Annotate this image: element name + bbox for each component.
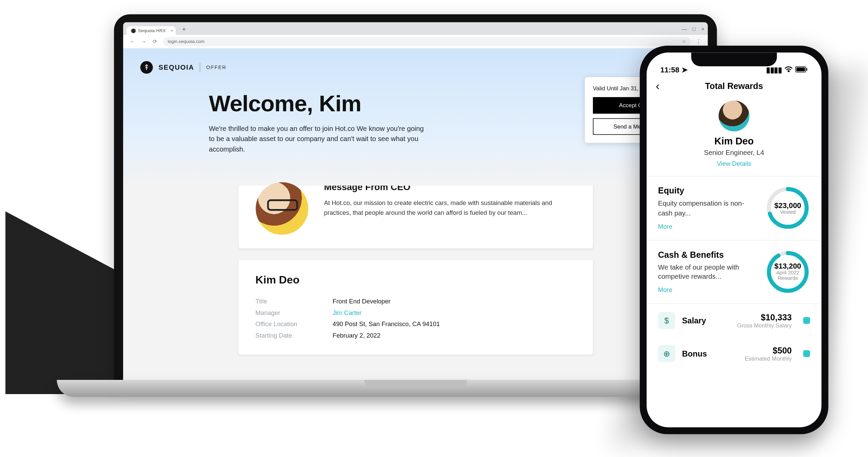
dollar-icon: $ <box>658 312 675 329</box>
detail-row-start: Starting Date February 2, 2022 <box>255 329 576 341</box>
welcome-body-text: We're thrilled to make you an offer to j… <box>209 123 426 154</box>
welcome-heading: Welcome, Kim <box>209 91 426 117</box>
equity-body: Equity compensation is non-cash pay... <box>658 199 757 218</box>
detail-label: Starting Date <box>255 332 333 339</box>
hero-section: SEQUOIA OFFER Welcome, Kim We're thrille… <box>123 49 708 186</box>
bookmark-star-icon[interactable]: ☆ <box>682 39 686 44</box>
equity-ring-value: $23,000 <box>774 201 801 209</box>
browser-reload-icon[interactable]: ⟳ <box>152 39 158 44</box>
new-tab-button[interactable]: + <box>179 25 188 34</box>
salary-label: Salary <box>682 316 706 325</box>
equity-ring-sublabel: Vested <box>780 209 796 215</box>
bonus-sublabel: Estimated Monthly <box>745 356 792 362</box>
tab-close-icon[interactable]: × <box>171 28 173 33</box>
brand-header: SEQUOIA OFFER <box>140 61 690 74</box>
profile-section: Kim Deo Senior Engineer, L4 View Details <box>647 96 822 177</box>
phone-page-title: Total Rewards <box>705 81 763 91</box>
status-time: 11:58 ➤ <box>660 66 688 74</box>
browser-address-bar[interactable]: login.sequoia.com ☆ <box>163 37 691 46</box>
bonus-amount: $500 <box>745 346 792 356</box>
browser-url: login.sequoia.com <box>168 39 205 44</box>
cellular-signal-icon: ▮▮▮▮ <box>766 66 782 74</box>
bonus-label: Bonus <box>682 349 707 358</box>
svg-rect-2 <box>806 68 807 71</box>
browser-toolbar: ← → ⟳ login.sequoia.com ☆ ⋮ <box>123 35 708 49</box>
cash-heading: Cash & Benefits <box>658 249 757 259</box>
profile-job-title: Senior Engineer, L4 <box>647 148 822 157</box>
window-minimize-icon[interactable]: — <box>682 26 687 32</box>
candidate-name-heading: Kim Deo <box>255 274 576 286</box>
manager-link[interactable]: Jim Carter <box>333 309 362 316</box>
cash-more-link[interactable]: More <box>658 286 672 293</box>
svg-rect-1 <box>796 67 805 71</box>
equity-ring-chart: $23,000 Vested <box>765 186 810 230</box>
window-close-icon[interactable]: × <box>701 26 704 32</box>
equity-more-link[interactable]: More <box>658 223 672 229</box>
phone-device-frame: 11:58 ➤ ▮▮▮▮ ‹ Total Rewards Kim Deo <box>640 46 828 434</box>
bonus-icon: ⊕ <box>658 345 675 362</box>
browser-forward-icon[interactable]: → <box>140 39 147 44</box>
salary-color-swatch <box>803 317 810 324</box>
phone-page-header: ‹ Total Rewards <box>647 75 822 96</box>
salary-amount: $10,333 <box>737 313 792 322</box>
detail-value: Front End Developer <box>333 298 391 304</box>
sequoia-logo-icon <box>140 61 153 74</box>
bonus-line-item[interactable]: ⊕ Bonus $500 Estimated Monthly <box>647 337 822 370</box>
salary-line-item[interactable]: $ Salary $10,333 Gross Monthly Salary <box>647 304 822 337</box>
browser-back-icon[interactable]: ← <box>129 39 136 44</box>
brand-product: OFFER <box>206 65 226 70</box>
battery-icon <box>795 66 808 74</box>
detail-value: 490 Post St, San Francisco, CA 94101 <box>333 320 440 327</box>
cash-body: We take of our people with competive rew… <box>658 262 757 282</box>
profile-name: Kim Deo <box>647 136 822 147</box>
brand-divider <box>200 63 201 72</box>
brand-name: SEQUOIA <box>159 63 194 71</box>
detail-label: Office Location <box>255 320 333 327</box>
candidate-details-card: Kim Deo Title Front End Developer Manage… <box>238 260 593 355</box>
tab-favicon <box>131 28 136 33</box>
detail-value: February 2, 2022 <box>333 332 380 339</box>
laptop-device-frame: Sequoia HRX × + — □ × ← → ⟳ login.sequ <box>114 14 717 403</box>
equity-heading: Equity <box>658 186 757 196</box>
phone-notch <box>691 52 777 66</box>
equity-section[interactable]: Equity Equity compensation is non-cash p… <box>647 177 822 240</box>
bonus-color-swatch <box>803 350 810 357</box>
wifi-icon <box>784 66 793 74</box>
cash-ring-sublabel: April 2022 Rewards <box>765 270 810 281</box>
ceo-message-body: At Hot.co, our mission to create electri… <box>324 198 575 217</box>
detail-row-office: Office Location 490 Post St, San Francis… <box>255 318 576 330</box>
ceo-avatar <box>255 182 308 235</box>
laptop-trackpad-notch <box>364 380 467 387</box>
browser-tab-strip: Sequoia HRX × + — □ × <box>123 22 708 35</box>
back-button-icon[interactable]: ‹ <box>656 79 660 92</box>
location-arrow-icon: ➤ <box>682 66 688 74</box>
browser-menu-icon[interactable]: ⋮ <box>695 39 702 44</box>
cash-benefits-section[interactable]: Cash & Benefits We take of our people wi… <box>647 240 822 304</box>
offer-page: SEQUOIA OFFER Welcome, Kim We're thrille… <box>123 49 708 383</box>
detail-row-title: Title Front End Developer <box>255 295 576 307</box>
cash-ring-chart: $13,200 April 2022 Rewards <box>765 249 810 294</box>
cash-ring-value: $13,200 <box>774 262 801 270</box>
detail-row-manager: Manager Jim Carter <box>255 307 576 318</box>
window-maximize-icon[interactable]: □ <box>692 26 695 32</box>
view-details-link[interactable]: View Details <box>717 160 751 167</box>
browser-window: Sequoia HRX × + — □ × ← → ⟳ login.sequ <box>123 22 708 383</box>
profile-avatar <box>718 100 749 131</box>
detail-label: Manager <box>255 309 333 316</box>
salary-sublabel: Gross Monthly Salary <box>737 322 792 329</box>
tab-title: Sequoia HRX <box>138 28 166 33</box>
detail-label: Title <box>255 298 333 304</box>
browser-tab-active[interactable]: Sequoia HRX × <box>127 26 176 35</box>
